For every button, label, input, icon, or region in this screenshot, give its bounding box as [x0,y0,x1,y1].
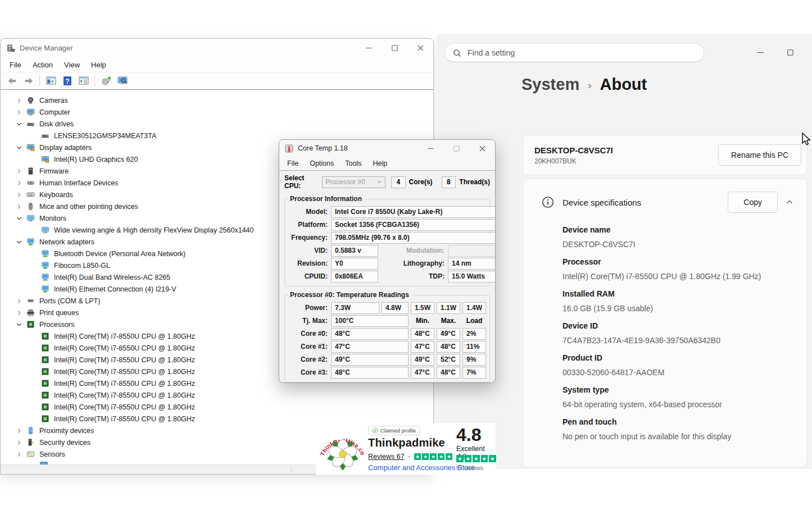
dm-menu-view[interactable]: View [58,58,85,71]
tree-item-label: Fibocom L850-GL [54,262,110,270]
ct-field-label: CPUID: [288,271,329,283]
business-name: Thinkpadmike [368,436,445,449]
dm-menu-action[interactable]: Action [27,58,58,71]
tree-item[interactable]: Intel(R) Core(TM) i7-8550U CPU @ 1.80GHz [1,389,433,401]
maximize-button[interactable] [382,39,407,57]
device-model: 20KH007BUK [534,157,613,165]
core-max-value: 48°C [437,341,460,353]
ct-menu-help[interactable]: Help [367,158,393,169]
copy-button[interactable]: Copy [728,192,778,213]
reviews-count: 67 reviews [456,465,496,471]
reviews-row: Reviews 67 · ★★★★★ 4.8 [368,452,466,462]
chevron-down-icon[interactable] [14,143,24,152]
spec-field-value: 00330-52060-64817-AAOEM [562,368,796,377]
spec-fields: Device nameDESKTOP-C8VSC7IProcessorIntel… [523,225,807,441]
temperature-readings-group: Processor #0: Temperature Readings Power… [284,295,490,382]
core-min-value: 47°C [411,367,434,379]
chevron-right-icon[interactable] [14,179,24,188]
search-icon [453,49,461,57]
temperature-readings-title: Processor #0: Temperature Readings [287,291,412,299]
power-value: 1.4W [462,302,486,314]
minimize-button[interactable] [753,45,768,60]
chevron-right-icon[interactable] [14,297,24,306]
forward-icon[interactable] [20,74,37,88]
close-button[interactable] [469,140,495,157]
tree-item-label: Intel(R) Core(TM) i7-8550U CPU @ 1.80GHz [54,380,195,388]
ct-field-label: Core #2: [288,354,329,366]
spec-field-value: Intel(R) Core(TM) i7-8550U CPU @ 1.80GHz… [562,272,796,281]
chevron-down-icon[interactable] [14,238,24,247]
star-icon: ★ [481,455,488,462]
chevron-right-icon[interactable] [14,450,24,459]
chevron-up-icon[interactable] [786,198,793,206]
chevron-right-icon[interactable] [14,426,24,435]
dm-menu-file[interactable]: File [4,58,27,71]
maximize-button[interactable] [783,45,797,60]
window-list-icon[interactable] [75,74,92,88]
ct-menu-file[interactable]: File [282,158,304,169]
ct-field-value: 15.0 Watts [448,271,496,283]
chevron-right-icon[interactable] [14,96,24,105]
window-controls [418,140,495,157]
processor-information-title: Processor Information [287,195,365,203]
reviews-link[interactable]: Reviews 67 [368,453,405,461]
rename-pc-button[interactable]: Rename this PC [718,144,801,166]
ct-menu-tools[interactable]: Tools [339,158,367,169]
thinkpadmike-logo: ThinkPadMike.com [317,423,369,475]
tree-item-label: Intel(R) Core(TM) i7-8550U CPU @ 1.80GHz [54,333,195,340]
tree-item-label: Ports (COM & LPT) [39,297,100,305]
chevron-right-icon[interactable] [14,308,24,317]
chevron-right-icon[interactable] [14,202,24,211]
minimize-button[interactable] [418,140,443,157]
device-search-icon[interactable] [114,74,130,88]
back-icon[interactable] [4,74,20,88]
column-header: Min. [411,315,434,327]
scan-hardware-icon[interactable] [98,74,114,88]
chevron-right-icon[interactable] [14,167,24,176]
monitor-icon [25,214,35,223]
ct-field-value [448,245,496,257]
star-rating: ★★★★★ [456,455,497,462]
ct-field-label: Lithography: [380,258,446,270]
sensor-icon [25,450,35,459]
core-load-value: 11% [462,341,486,353]
star-icon: ★ [414,453,421,460]
close-button[interactable] [407,39,433,57]
window-title: Core Temp 1.18 [298,144,348,152]
core-temp-window: Core Temp 1.18 FileOptionsToolsHelp Sele… [279,139,496,383]
window-title: Device Manager [20,44,73,52]
device-specifications-header[interactable]: Device specifications Copy [523,179,807,225]
dm-menu-help[interactable]: Help [85,58,112,71]
tree-item-label: Intel(R) Ethernet Connection (4) I219-V [54,285,176,293]
spec-field-label: System type [562,385,796,394]
core-min-value: 49°C [411,354,434,366]
chevron-down-icon [376,179,382,185]
core-load-value: 9% [462,354,486,366]
breadcrumb-system[interactable]: System [521,75,579,94]
tree-item[interactable]: Computer [1,106,433,118]
ct-field-label: Model: [288,206,329,218]
cpu-select-dropdown[interactable]: Processor #0 [322,176,385,188]
tree-item-label: Network adapters [39,238,94,246]
console-window-icon[interactable] [43,74,59,88]
processor-icon [40,344,50,353]
printer-icon [25,308,35,317]
chevron-down-icon[interactable] [14,120,24,129]
tree-item[interactable]: Intel(R) Core(TM) i7-8550U CPU @ 1.80GHz [1,401,433,413]
settings-search-input[interactable]: Find a setting [444,43,704,62]
chevron-down-icon[interactable] [14,320,24,329]
chevron-right-icon[interactable] [14,190,24,199]
minimize-button[interactable] [356,39,382,57]
star-icon: ★ [446,453,452,460]
chevron-right-icon[interactable] [14,108,24,117]
tree-item-label: Firmware [39,167,69,175]
chevron-down-icon[interactable] [14,214,24,223]
tree-item[interactable]: Disk drives [1,118,433,130]
chevron-right-icon[interactable] [14,438,24,447]
thread-count-box: 8 [442,176,456,188]
big-rating: 4.8 [456,426,496,444]
ct-field-label: Frequency: [288,232,329,244]
ct-menu-options[interactable]: Options [304,158,339,169]
help-icon[interactable]: ? [59,74,75,88]
tree-item[interactable]: Cameras [1,94,433,106]
